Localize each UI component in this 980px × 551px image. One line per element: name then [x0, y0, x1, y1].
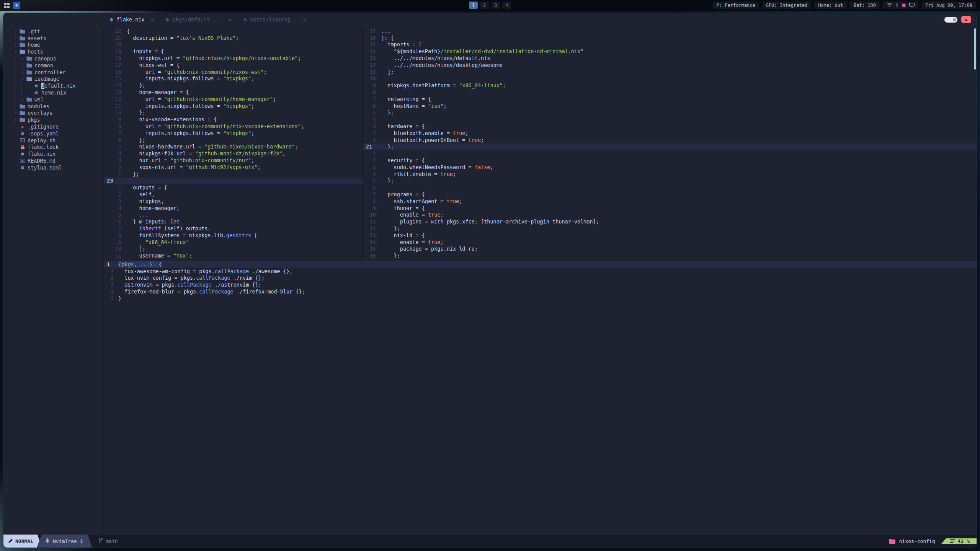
tree-item-sops-yaml[interactable]: ⚙.sops.yaml	[13, 130, 103, 137]
code-line[interactable]: 7 inputs.nixpkgs.follows = "nixpkgs";	[104, 130, 363, 137]
code-line[interactable]: 4 rtkit.enable = true;	[363, 171, 977, 178]
code-line[interactable]: 8 ssh.startAgent = true;	[363, 198, 977, 205]
tree-item-readme-md[interactable]: README.md	[13, 157, 103, 164]
code-line[interactable]: 1 bluetooth.powerOnBoot = true;	[363, 137, 977, 143]
code-line[interactable]: 16 url = "github:nix-community/nixos-wsl…	[104, 68, 363, 75]
tree-item-isoimage[interactable]: ›isoImage	[13, 76, 103, 83]
code-line[interactable]: 5 nixos-hardware.url = "github:nixos/nix…	[104, 143, 363, 150]
code-line[interactable]: 13 ../../modules/nixos/default.nix	[363, 55, 977, 62]
code-line[interactable]: 2 self,	[104, 191, 363, 198]
code-line[interactable]: 11 username = "tux";	[104, 252, 363, 259]
code-line[interactable]: 16 };	[363, 252, 977, 259]
tree-item-canopus[interactable]: ›canopus	[13, 55, 103, 62]
stat-gpu[interactable]: GPU: Integrated	[762, 2, 811, 9]
code-line[interactable]: 5 };	[363, 109, 977, 116]
stat-p[interactable]: P: Performance	[713, 2, 759, 9]
code-line[interactable]: 19 inputs = {	[104, 48, 363, 55]
code-line[interactable]: 10 };	[104, 109, 363, 116]
code-line[interactable]: 4 firefox-mod-blur = pkgs.callPackage ./…	[104, 288, 977, 295]
code-line[interactable]: 11 inputs.nixpkgs.follows = "nixpkgs";	[104, 103, 363, 109]
code-line[interactable]: 5 ...	[104, 212, 363, 218]
code-line[interactable]: 9 nix-vscode-extensions = {	[104, 116, 363, 123]
close-icon[interactable]: ×	[303, 16, 306, 23]
code-line[interactable]: 10 enable = true;	[363, 212, 977, 218]
code-line[interactable]: 7 networking = {	[363, 96, 977, 103]
code-line[interactable]: 2 security = {	[363, 157, 977, 164]
code-line[interactable]: 11 plugins = with pkgs.xfce; [thunar-arc…	[363, 218, 977, 225]
code-line[interactable]: 2 bluetooth.enable = true;	[363, 130, 977, 137]
code-line[interactable]: 11 ];	[363, 68, 977, 75]
code-line[interactable]: 15 package = pkgs.nix-ld-rs;	[363, 246, 977, 253]
code-line[interactable]: 2 sops-nix.url = "github:Mic92/sops-nix"…	[104, 164, 363, 171]
tree-item-home[interactable]: ›home	[13, 42, 103, 49]
apps-grid-icon[interactable]	[4, 2, 10, 8]
code-line[interactable]: 5}	[104, 295, 977, 302]
code-line[interactable]: 12 };	[363, 225, 977, 232]
tree-item-wsl[interactable]: ›wsl	[13, 96, 103, 103]
code-line[interactable]: 22{	[104, 28, 363, 34]
tree-item-home-nix[interactable]: ❄home.nix	[13, 89, 103, 96]
tree-item-git[interactable]: ›.git	[13, 28, 103, 35]
code-line[interactable]: 14 enable = true;	[363, 239, 977, 246]
scrollbar[interactable]	[974, 28, 976, 70]
code-line[interactable]: 13 home-manager = {	[104, 89, 363, 96]
code-line[interactable]: 13 nix-ld = {	[363, 232, 977, 239]
code-line[interactable]: 6	[363, 184, 977, 191]
bluetooth-icon[interactable]: ᛒ	[896, 3, 898, 8]
code-line[interactable]: 3 nixpkgs,	[104, 198, 363, 205]
workspace-2[interactable]: 2	[480, 2, 489, 9]
code-line[interactable]: 7 programs = {	[363, 191, 977, 198]
code-line[interactable]: 23	[104, 178, 363, 184]
tab-pkgs-default[interactable]: ❄pkgs/default ...×	[160, 13, 237, 26]
code-line[interactable]: 1 tux-awesome-wm-config = pkgs.callPacka…	[104, 268, 977, 275]
code-line[interactable]: 15 imports = [	[363, 41, 977, 48]
code-line[interactable]: 10	[363, 75, 977, 82]
tree-item-deploy-sh[interactable]: deploy.sh	[13, 137, 103, 144]
code-line[interactable]: 12 ../../modules/nixos/desktop/awesome	[363, 62, 977, 68]
code-line[interactable]: 2 tux-nvim-config = pkgs.callPackage ./n…	[104, 275, 977, 282]
wifi-icon[interactable]	[887, 3, 892, 8]
tree-item-assets[interactable]: ›assets	[13, 35, 103, 42]
tree-item-controller[interactable]: ›controller	[13, 69, 103, 76]
code-line[interactable]: 4 home-manager,	[104, 205, 363, 212]
code-line[interactable]: 9 "x86_64-linux"	[104, 239, 363, 246]
tree-item-default-nix[interactable]: ❄default.nix	[13, 82, 103, 89]
code-line[interactable]: 20	[104, 41, 363, 48]
clock[interactable]: Fri Aug 09, 17:09	[921, 2, 976, 9]
stat-bat[interactable]: Bat: 100	[850, 2, 880, 9]
tab-flake-nix[interactable]: ❄flake.nix×	[104, 13, 160, 26]
code-line[interactable]: 17...	[363, 28, 977, 34]
code-line[interactable]: 8	[363, 89, 977, 96]
code-line[interactable]: 4 nixpkgs-f2k.url = "github:moni-dz/nixp…	[104, 150, 363, 157]
accent-dot-icon[interactable]	[902, 3, 906, 7]
tree-item-flake-lock[interactable]: flake.lock	[13, 144, 103, 151]
code-line[interactable]: 1{pkgs, ...}: {	[104, 261, 977, 268]
code-line[interactable]: 10 ];	[104, 246, 363, 253]
code-line[interactable]: 3 nur.url = "github:nix-community/nur";	[104, 157, 363, 164]
code-line[interactable]: 3 astronvim = pkgs.callPackage ./astronv…	[104, 281, 977, 288]
code-line[interactable]: 9 nixpkgs.hostPlatform = "x86_64-linux";	[363, 82, 977, 89]
code-line[interactable]: 21 };	[363, 143, 977, 150]
code-line[interactable]: 9 thunar = {	[363, 205, 977, 212]
code-line[interactable]: 5 };	[363, 178, 977, 184]
code-line[interactable]: 18 nixpkgs.url = "github:nixos/nixpkgs/n…	[104, 55, 363, 62]
workspace-4[interactable]: 4	[502, 2, 511, 9]
close-icon[interactable]: ×	[151, 16, 154, 23]
tree-item-gitignore[interactable]: ◆.gitignore	[13, 123, 103, 130]
tree-item-pkgs[interactable]: ›pkgs	[13, 116, 103, 123]
nix-badge-icon[interactable]: ❄	[13, 2, 20, 9]
code-line[interactable]: 14 };	[104, 82, 363, 89]
window-close-button[interactable]: ×	[961, 16, 971, 23]
code-line[interactable]: 8 forAllSystems = nixpkgs.lib.genAttrs [	[104, 232, 363, 239]
workspace-1[interactable]: 1	[469, 2, 478, 9]
code-line[interactable]: 3 sudo.wheelNeedsPassword = false;	[363, 164, 977, 171]
tree-item-modules[interactable]: ›modules	[13, 103, 103, 110]
window-pin-toggle[interactable]	[944, 17, 957, 23]
tree-item-common[interactable]: ›common	[13, 62, 103, 69]
tree-item-overlays[interactable]: ›overlays	[13, 110, 103, 117]
tree-item-hosts[interactable]: ›hosts	[13, 48, 103, 55]
tab-hosts-isoimag[interactable]: ❄hosts/isoImag..×	[237, 13, 312, 26]
code-line[interactable]: 7 inherit (self) outputs;	[104, 225, 363, 232]
code-line[interactable]: 1 };	[104, 171, 363, 178]
code-line[interactable]: 16}: {	[363, 34, 977, 41]
